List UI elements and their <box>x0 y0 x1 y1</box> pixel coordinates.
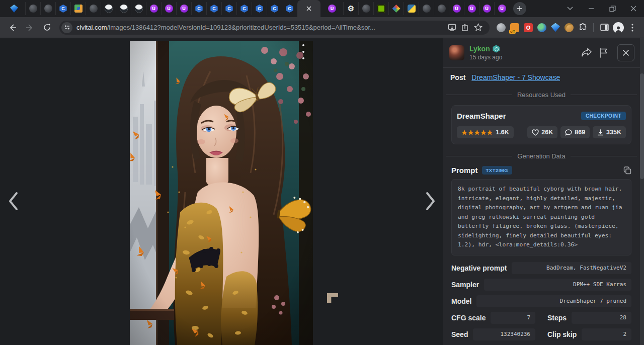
heart-icon <box>532 129 539 136</box>
tab-github[interactable] <box>131 2 146 15</box>
window-restore-button[interactable] <box>602 0 623 17</box>
tab-nvidia[interactable] <box>373 2 388 15</box>
seed-value[interactable]: 132340236 <box>473 328 535 340</box>
flag-icon <box>599 48 608 58</box>
downloads-pill[interactable]: 335K <box>593 126 626 138</box>
cookie-extension-icon[interactable] <box>565 23 574 32</box>
tab-store[interactable] <box>70 2 86 15</box>
active-tab[interactable] <box>297 0 320 17</box>
sampler-value[interactable]: DPM++ SDE Karras <box>484 279 631 291</box>
resource-name[interactable]: DreamShaper <box>457 112 506 120</box>
window-close-button[interactable] <box>623 0 644 17</box>
rating-pill[interactable]: ★★★★★ 1.6K <box>457 126 514 138</box>
side-panel-button[interactable] <box>598 21 611 34</box>
resource-card[interactable]: DreamShaper CHECKPOINT ★★★★★ 1.6K 26K <box>451 105 631 144</box>
tab-ultra[interactable] <box>321 2 343 15</box>
github-favicon-icon <box>120 5 128 13</box>
share-icon <box>461 24 469 32</box>
back-button[interactable] <box>5 20 20 35</box>
tab-ultra[interactable] <box>464 2 479 15</box>
tab-python[interactable] <box>404 2 419 15</box>
new-tab-button[interactable] <box>513 2 526 15</box>
globe-extension-icon[interactable] <box>497 23 506 32</box>
comment-icon <box>565 129 572 136</box>
url-path: /images/1386412?modelVersionId=109123&pr… <box>107 24 375 31</box>
forward-button[interactable] <box>22 20 37 35</box>
tab-ultra[interactable] <box>161 2 176 15</box>
steps-value[interactable]: 28 <box>572 312 631 324</box>
resources-section-header: Resources Used <box>446 91 637 99</box>
post-link[interactable]: DreamShaper - 7 Showcase <box>471 73 560 81</box>
report-post-button[interactable] <box>595 44 612 61</box>
reload-button[interactable] <box>39 20 54 35</box>
cfg-scale-value[interactable]: 7 <box>491 312 535 324</box>
tab-globe[interactable] <box>25 2 40 15</box>
tab-globe[interactable] <box>40 2 55 15</box>
tab-civitai[interactable] <box>282 2 297 15</box>
install-app-button[interactable] <box>445 21 458 34</box>
tab-ultra[interactable] <box>449 2 464 15</box>
browser-menu-button[interactable] <box>626 21 639 34</box>
tab-ultra[interactable] <box>146 2 161 15</box>
tab-globe[interactable] <box>358 2 373 15</box>
share-button[interactable] <box>458 21 471 34</box>
bookmark-button[interactable] <box>471 21 485 34</box>
onetab-extension-icon[interactable]: O <box>524 23 533 32</box>
tab-gem[interactable] <box>3 2 25 15</box>
close-panel-button[interactable] <box>617 44 634 61</box>
model-value[interactable]: DreamShaper_7_pruned <box>476 295 631 307</box>
puzzle-icon <box>579 23 587 32</box>
username[interactable]: Lykon <box>469 45 490 53</box>
tab-favicons-after: ⚙ <box>321 2 509 15</box>
tab-civitai[interactable] <box>267 2 282 15</box>
github-favicon-icon <box>105 5 113 13</box>
site-info-button[interactable] <box>61 22 72 33</box>
previous-image-button[interactable] <box>2 189 24 213</box>
user-avatar[interactable] <box>449 45 464 60</box>
adblocker-extension-icon[interactable]: off <box>510 23 519 32</box>
image-options-menu-button[interactable] <box>299 44 307 59</box>
gem-extension-icon[interactable] <box>551 23 560 32</box>
extensions-menu-button[interactable] <box>578 23 587 32</box>
negative-prompt-value[interactable]: BadDream, FastNegativeV2 <box>512 262 631 274</box>
tab-civitai[interactable] <box>236 2 252 15</box>
earth-extension-icon[interactable] <box>537 23 546 32</box>
tab-civitai[interactable] <box>252 2 267 15</box>
globe-favicon-icon <box>423 5 431 13</box>
tab-civitai[interactable] <box>221 2 236 15</box>
tab-globe[interactable] <box>419 2 434 15</box>
tab-github[interactable] <box>101 2 116 15</box>
comments-pill[interactable]: 869 <box>560 126 590 138</box>
tab-close-icon[interactable] <box>306 6 311 11</box>
browser-profile-avatar[interactable] <box>613 22 624 33</box>
tab-search-button[interactable] <box>559 0 581 17</box>
tab-globe[interactable] <box>434 2 449 15</box>
clip-skip-value[interactable]: 2 <box>582 328 631 340</box>
copy-prompt-button[interactable] <box>623 166 631 175</box>
tab-gear[interactable]: ⚙ <box>343 2 358 15</box>
prompt-text[interactable]: 8k portrait of beautiful cyborg with bro… <box>451 179 631 255</box>
panel-scroll-thumb[interactable] <box>640 73 644 179</box>
next-image-button[interactable] <box>420 189 442 213</box>
tab-globe[interactable] <box>86 2 101 15</box>
tab-civitai[interactable] <box>206 2 221 15</box>
tab-sketch[interactable] <box>388 2 404 15</box>
comments-count: 869 <box>575 129 585 136</box>
likes-pill[interactable]: 26K <box>527 126 557 138</box>
panel-header: Lykon 15 days ago <box>443 38 640 67</box>
url-text[interactable]: civitai.com/images/1386412?modelVersionI… <box>76 24 445 31</box>
address-bar[interactable]: civitai.com/images/1386412?modelVersionI… <box>59 21 490 35</box>
tab-civitai[interactable] <box>191 2 206 15</box>
extension-cluster: off O <box>495 23 589 32</box>
share-post-button[interactable] <box>578 44 595 61</box>
panel-scrollbar[interactable] <box>640 38 644 345</box>
post-label: Post <box>450 73 465 81</box>
tab-ultra[interactable] <box>494 2 509 15</box>
tab-civitai[interactable] <box>55 2 70 15</box>
civitai-favicon-icon <box>195 5 203 13</box>
tab-ultra[interactable] <box>479 2 494 15</box>
artwork-image[interactable] <box>130 41 313 345</box>
tab-github[interactable] <box>116 2 131 15</box>
window-minimize-button[interactable] <box>581 0 602 17</box>
tab-ultra[interactable] <box>176 2 191 15</box>
